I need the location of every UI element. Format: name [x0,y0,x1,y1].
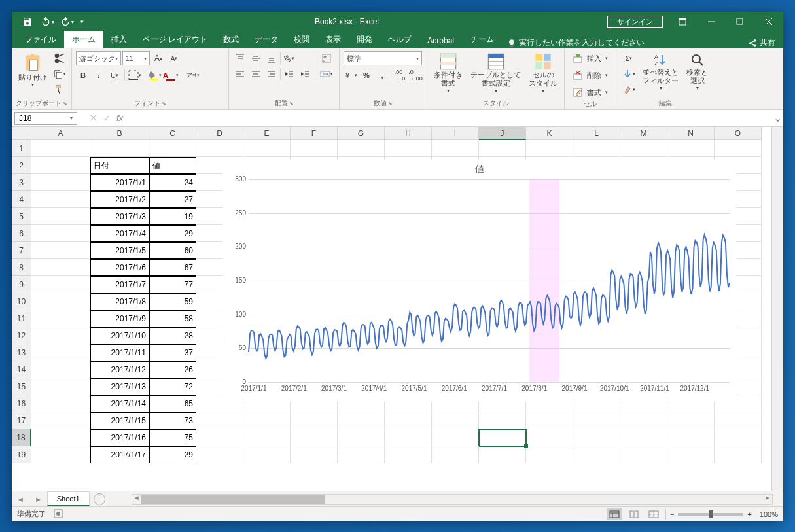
cell-E17[interactable] [243,412,291,429]
cell-N17[interactable] [667,412,715,429]
clipboard-dialog-launcher[interactable]: ⬊ [63,101,67,107]
col-header-E[interactable]: E [243,127,291,140]
row-header-1[interactable]: 1 [12,140,31,157]
embedded-chart[interactable]: 値0501001502002503002017/1/12017/2/12017/… [222,160,736,402]
conditional-format-button[interactable]: 条件付き 書式▾ [431,51,465,96]
percent-icon[interactable]: % [359,68,374,82]
tab-ヘルプ[interactable]: ヘルプ [380,31,419,48]
number-format-combo[interactable]: 標準▾ [344,51,422,65]
row-header-18[interactable]: 18 [12,429,31,446]
find-select-button[interactable]: 検索と 選択▾ [684,51,711,93]
row-header-13[interactable]: 13 [12,344,31,361]
cell-C10[interactable]: 59 [149,293,196,310]
cell-H1[interactable] [385,140,432,157]
increase-decimal-icon[interactable]: .00→.0 [393,68,407,82]
signin-button[interactable]: サインイン [607,16,663,28]
qat-customize-icon[interactable]: ▾ [77,14,86,29]
cell-C7[interactable]: 60 [149,242,196,259]
cell-C13[interactable]: 37 [149,344,196,361]
col-header-K[interactable]: K [526,127,573,140]
clear-icon[interactable]: ▾ [620,82,637,97]
insert-cells-button[interactable]: 挿入 ▾ [569,51,612,65]
col-header-G[interactable]: G [338,127,385,140]
cell-I1[interactable] [432,140,479,157]
tab-校閲[interactable]: 校閲 [286,31,317,48]
row-header-3[interactable]: 3 [12,174,31,191]
fill-icon[interactable]: ▾ [620,67,637,81]
enter-formula-icon[interactable]: ✓ [103,112,111,124]
col-header-A[interactable]: A [31,127,90,140]
cell-G1[interactable] [338,140,385,157]
paste-button[interactable]: 貼り付け▾ [16,51,50,90]
cell-O17[interactable] [715,412,762,429]
cell-A4[interactable] [31,191,90,208]
vertical-scrollbar[interactable] [771,127,783,491]
cell-B2[interactable]: 日付 [90,157,149,174]
row-header-9[interactable]: 9 [12,276,31,293]
align-left-icon[interactable] [233,67,247,81]
tab-ページ レイアウト[interactable]: ページ レイアウト [135,31,215,48]
tab-ファイル[interactable]: ファイル [17,31,64,48]
cell-J19[interactable] [479,446,526,463]
cell-K19[interactable] [526,446,573,463]
cell-C4[interactable]: 27 [149,191,196,208]
cell-M18[interactable] [620,429,667,446]
italic-button[interactable]: I [92,68,106,82]
cell-A14[interactable] [31,361,90,378]
cell-N19[interactable] [667,446,715,463]
ribbon-options-icon[interactable] [668,12,697,31]
share-button[interactable]: 共有 [748,37,775,48]
row-header-11[interactable]: 11 [12,310,31,327]
zoom-level[interactable]: 100% [760,510,778,518]
grid[interactable]: ABCDEFGHIJKLMNO1234567891011121314151617… [12,127,771,491]
cell-M1[interactable] [620,140,667,157]
cell-G17[interactable] [338,412,385,429]
row-header-12[interactable]: 12 [12,327,31,344]
cell-A10[interactable] [31,293,90,310]
cell-C12[interactable]: 28 [149,327,196,344]
cell-F1[interactable] [291,140,338,157]
cell-A1[interactable] [31,140,90,157]
align-top-icon[interactable] [233,51,247,65]
cell-D17[interactable] [196,412,243,429]
tab-チーム[interactable]: チーム [463,31,502,48]
col-header-I[interactable]: I [432,127,479,140]
sort-filter-button[interactable]: AZ並べ替えと フィルター▾ [640,51,681,93]
row-header-2[interactable]: 2 [12,157,31,174]
row-header-7[interactable]: 7 [12,242,31,259]
undo-icon[interactable]: ▾ [38,14,56,29]
cell-C14[interactable]: 26 [149,361,196,378]
align-right-icon[interactable] [264,67,279,81]
cell-C5[interactable]: 19 [149,208,196,225]
decrease-decimal-icon[interactable]: .0→.00 [408,68,423,82]
align-middle-icon[interactable] [249,51,263,65]
phonetic-icon[interactable]: ア亜▾ [184,68,202,82]
cell-K1[interactable] [526,140,573,157]
cell-C9[interactable]: 77 [149,276,196,293]
underline-button[interactable]: U▾ [107,68,122,82]
col-header-C[interactable]: C [149,127,196,140]
cell-B5[interactable]: 2017/1/3 [90,208,149,225]
comma-icon[interactable]: , [375,68,389,82]
align-bottom-icon[interactable] [264,51,279,65]
col-header-M[interactable]: M [620,127,667,140]
cell-B18[interactable]: 2017/1/16 [90,429,149,446]
col-header-F[interactable]: F [291,127,338,140]
cell-E1[interactable] [243,140,291,157]
font-name-combo[interactable]: 游ゴシック▾ [76,51,121,65]
cell-L17[interactable] [573,412,620,429]
shrink-font-icon[interactable]: A▾ [167,51,181,65]
cell-A9[interactable] [31,276,90,293]
cell-J1[interactable] [479,140,526,157]
cell-B12[interactable]: 2017/1/10 [90,327,149,344]
cancel-formula-icon[interactable]: ✕ [89,112,97,124]
cell-B9[interactable]: 2017/1/7 [90,276,149,293]
cell-N18[interactable] [667,429,715,446]
cell-B13[interactable]: 2017/1/11 [90,344,149,361]
cell-B17[interactable]: 2017/1/15 [90,412,149,429]
font-dialog-launcher[interactable]: ⬊ [162,101,166,107]
col-header-H[interactable]: H [385,127,432,140]
row-header-5[interactable]: 5 [12,208,31,225]
indent-decrease-icon[interactable] [282,67,296,81]
row-header-4[interactable]: 4 [12,191,31,208]
